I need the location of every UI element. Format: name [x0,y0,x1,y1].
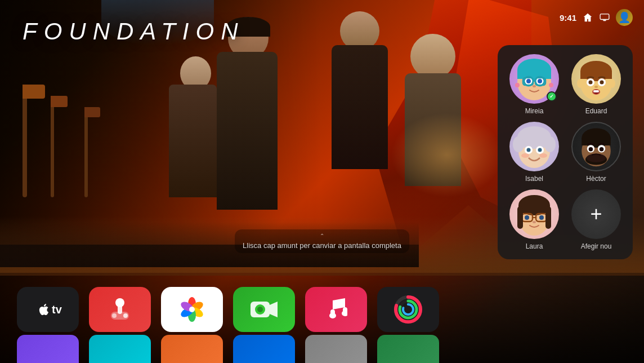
svg-point-71 [189,307,195,312]
svg-rect-58 [517,206,523,229]
app-arcade[interactable] [89,287,151,332]
svg-point-10 [533,85,536,87]
app-photos[interactable] [161,287,223,332]
profile-avatar-wrapper-eduard [571,54,621,104]
svg-point-62 [115,298,124,307]
profile-avatar-laura [509,189,559,239]
profile-avatar-hector [571,122,621,171]
svg-point-47 [589,147,593,152]
profile-avatar-add: + [571,189,621,239]
profile-name-isabel: Isabel [525,175,543,183]
svg-point-33 [544,136,556,152]
svg-point-48 [600,147,604,152]
add-profile-icon: + [590,204,602,224]
profile-add[interactable]: + Afegir nou [569,189,624,250]
svg-rect-0 [600,14,609,20]
app-fitness[interactable] [377,287,439,332]
svg-rect-18 [580,71,612,79]
svg-point-55 [525,215,529,220]
svg-rect-42 [582,138,611,145]
profile-mireia[interactable]: Mireia [507,54,562,115]
svg-point-15 [549,83,553,87]
svg-rect-5 [517,70,551,79]
app-music[interactable] [305,287,367,332]
profile-name-hector: Hèctor [586,175,606,183]
svg-point-20 [609,79,615,88]
profile-avatar-wrapper-isabel [509,122,559,171]
profile-avatar-wrapper-laura [509,189,559,239]
svg-point-14 [515,83,520,87]
profile-name-laura: Laura [526,242,543,250]
svg-point-36 [527,148,531,152]
svg-point-77 [329,313,336,318]
svg-rect-28 [593,90,599,92]
profile-name-add: Afegir nou [581,242,612,250]
svg-point-63 [123,313,128,318]
partial-app-4[interactable] [233,335,295,363]
profiles-panel: Mireia [498,45,633,259]
svg-point-64 [112,313,117,318]
online-badge-mireia [547,91,557,101]
home-icon[interactable] [582,12,593,23]
partial-app-3[interactable] [161,335,223,363]
svg-point-39 [539,153,547,158]
svg-point-24 [600,81,604,85]
scroll-hint-arrow: ⌃ [320,233,324,239]
hero-title: FOUNDATION [23,18,245,45]
svg-rect-59 [545,206,551,229]
partial-app-6[interactable] [377,335,439,363]
svg-point-74 [257,307,263,312]
svg-point-25 [594,86,598,88]
profile-avatar-wrapper-hector [571,122,621,171]
status-bar: 9:41 👤 [560,9,633,26]
profile-avatar-wrapper-mireia [509,54,559,104]
app-dock-row2 [17,335,633,363]
svg-point-9 [538,79,542,83]
svg-point-23 [589,81,593,85]
svg-point-57 [533,221,536,223]
app-apple-tv[interactable]: tv [17,287,79,332]
svg-point-56 [539,215,544,220]
profile-name-mireia: Mireia [525,107,544,115]
svg-rect-2 [603,20,607,20]
profile-isabel[interactable]: Isabel [507,122,562,183]
profiles-grid: Mireia [507,54,624,250]
svg-point-37 [538,148,542,152]
partial-app-5[interactable] [305,335,367,363]
svg-point-8 [526,79,531,83]
profile-name-eduard: Eduard [585,107,607,115]
screen-icon[interactable] [599,12,610,23]
scroll-hint: ⌃ Llisca cap amunt per canviar a pantall… [235,229,409,253]
profile-avatar-isabel [509,122,559,171]
scroll-hint-text: Llisca cap amunt per canviar a pantalla … [243,241,401,250]
profile-avatar-eduard [571,54,621,104]
svg-rect-1 [603,20,606,21]
svg-point-78 [342,311,347,316]
profile-hector[interactable]: Hèctor [569,122,624,183]
svg-point-38 [521,153,529,158]
app-facetime[interactable] [233,287,295,332]
partial-app-2[interactable] [89,335,151,363]
svg-point-32 [513,136,524,152]
status-time: 9:41 [560,13,576,23]
user-avatar[interactable]: 👤 [616,9,633,26]
svg-rect-51 [518,205,550,213]
svg-point-44 [587,153,606,162]
profile-avatar-wrapper-add: + [571,189,621,239]
profile-eduard[interactable]: Eduard [569,54,624,115]
profile-laura[interactable]: Laura [507,189,562,250]
partial-app-1[interactable] [17,335,79,363]
app-dock-row1: tv [17,287,633,332]
svg-point-19 [577,79,584,88]
